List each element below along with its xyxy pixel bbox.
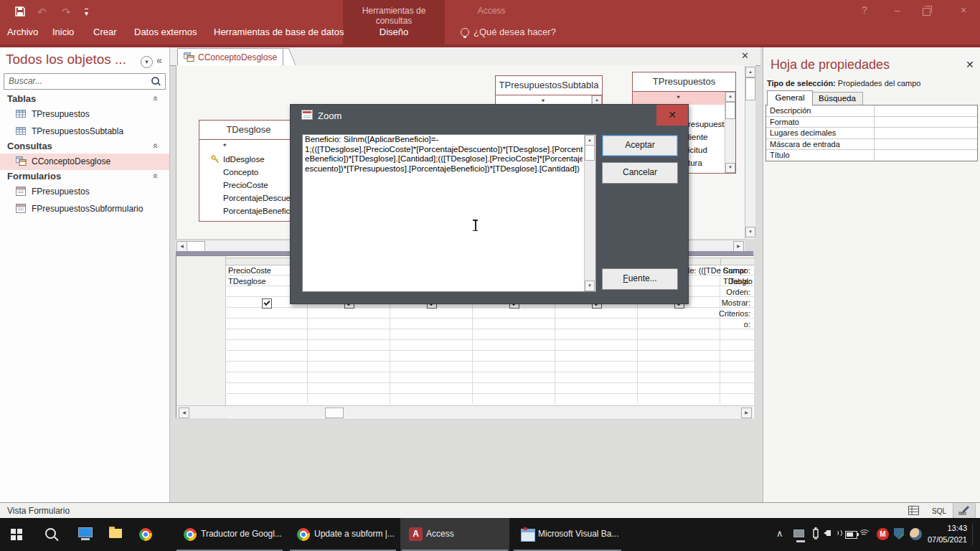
- scroll-thumb[interactable]: [725, 102, 735, 119]
- close-button[interactable]: ×: [953, 4, 974, 16]
- tell-me-box[interactable]: ¿Qué desea hacer?: [473, 27, 556, 37]
- field-concepto[interactable]: Concepto: [199, 166, 298, 179]
- scroll-thumb[interactable]: [325, 408, 344, 418]
- field-iddesglose[interactable]: IdDesglose: [199, 153, 298, 166]
- chrome-pinned-button[interactable]: [129, 518, 162, 551]
- minimize-button[interactable]: –: [887, 4, 908, 16]
- property-value-field[interactable]: [874, 150, 977, 161]
- save-icon[interactable]: [14, 6, 26, 19]
- field-asterisk[interactable]: *: [633, 92, 735, 105]
- taskbar-clock[interactable]: 13:43 07/05/2021: [928, 522, 967, 545]
- textarea-scrollbar[interactable]: ▲ ▼: [584, 135, 595, 291]
- nav-section-formularios[interactable]: Formularios: [7, 171, 61, 182]
- redo-icon[interactable]: ↷: [62, 6, 71, 19]
- property-row-titulo[interactable]: Título: [766, 150, 977, 161]
- search-icon[interactable]: [151, 77, 159, 85]
- tab-diseno[interactable]: Diseño: [343, 27, 445, 37]
- property-value-field[interactable]: [874, 139, 977, 150]
- cancelar-button[interactable]: Cancelar: [602, 162, 678, 184]
- tab-general[interactable]: General: [767, 90, 813, 106]
- show-desktop-divider[interactable]: [972, 524, 973, 545]
- start-button[interactable]: [0, 518, 33, 551]
- table-scrollbar[interactable]: ▲ ▼: [725, 92, 735, 173]
- grid-cell-tabla-7[interactable]: TDesglo: [723, 277, 753, 286]
- nav-collapse-icon[interactable]: «: [156, 55, 162, 66]
- aceptar-button[interactable]: Aceptar: [602, 135, 678, 156]
- grid-cell-tabla-1[interactable]: TDesglose: [228, 277, 266, 286]
- taskbar-window-access[interactable]: A Access: [400, 518, 509, 551]
- scroll-up-icon[interactable]: ▲: [585, 135, 595, 146]
- field-preciocoste[interactable]: PrecioCoste: [199, 179, 298, 192]
- chevron-up-icon[interactable]: »: [149, 174, 160, 179]
- field-porcentajedescuento[interactable]: PorcentajeDescuento: [199, 192, 298, 204]
- tab-archivo[interactable]: Archivo: [7, 27, 38, 37]
- taskbar-search-button[interactable]: [34, 518, 67, 551]
- nav-item-fpresupuestossubformulario[interactable]: FPresupuestosSubformulario: [0, 201, 169, 217]
- undo-icon[interactable]: ↶: [37, 6, 47, 19]
- tab-datos-externos[interactable]: Datos externos: [134, 27, 197, 37]
- nav-item-fpresupuestos[interactable]: FPresupuestos: [0, 184, 169, 200]
- taskbar-window-subform[interactable]: Update a subform |...: [288, 518, 397, 551]
- scroll-down-icon[interactable]: ▼: [725, 163, 735, 173]
- column-selector[interactable]: [720, 258, 754, 265]
- tray-expand-icon[interactable]: ∧: [776, 528, 783, 539]
- chevron-up-icon[interactable]: »: [149, 143, 160, 149]
- scroll-thumb[interactable]: [187, 241, 205, 252]
- zoom-expression-textarea[interactable]: Beneficio: SiInm([AplicarBeneficio]=- 1;…: [302, 134, 596, 292]
- document-tab-cconceptodesglose[interactable]: CConceptoDesglose: [177, 48, 283, 67]
- property-row-lugares-decimales[interactable]: Lugares decimales: [766, 128, 977, 139]
- nav-section-tablas[interactable]: Tablas: [7, 93, 36, 104]
- nav-item-cconceptodesglose[interactable]: CConceptoDesglose: [0, 154, 169, 170]
- help-button[interactable]: ?: [854, 4, 875, 16]
- taskbar-window-traductor[interactable]: Traductor de Googl...: [175, 518, 284, 551]
- property-value-field[interactable]: [874, 105, 977, 116]
- field-list-tdesglose[interactable]: TDesglose * IdDesglose Concepto PrecioCo…: [199, 120, 298, 222]
- chevron-up-icon[interactable]: »: [149, 96, 160, 101]
- scroll-down-icon[interactable]: ▼: [585, 281, 595, 291]
- table-header[interactable]: TPresupuestos: [633, 72, 735, 92]
- tab-inicio[interactable]: Inicio: [52, 27, 74, 37]
- zoom-dialog-close-button[interactable]: ✕: [656, 105, 688, 126]
- property-row-mascara-entrada[interactable]: Máscara de entrada: [766, 139, 977, 151]
- nav-pane-title[interactable]: Todos los objetos ...: [6, 52, 126, 67]
- tab-busqueda[interactable]: Búsqueda: [811, 92, 863, 106]
- restore-button[interactable]: [923, 8, 930, 16]
- document-close-icon[interactable]: ✕: [741, 50, 749, 61]
- nav-item-tpresupuestos[interactable]: TPresupuestos: [0, 106, 169, 123]
- tab-herramientas-bd[interactable]: Herramientas de base de datos: [214, 27, 344, 37]
- property-row-descripcion[interactable]: Descripción: [766, 105, 977, 117]
- nav-section-consultas[interactable]: Consultas: [7, 141, 52, 151]
- table-header[interactable]: TDesglose: [199, 121, 298, 140]
- taskbar-window-visualbasic[interactable]: Microsoft Visual Ba...: [512, 518, 623, 551]
- scroll-right-icon[interactable]: ▶: [733, 241, 744, 252]
- mostrar-checkbox-1[interactable]: [262, 298, 272, 309]
- grid-cell-campo-6[interactable]: le: (([TDe: [688, 266, 721, 275]
- file-explorer-button[interactable]: [99, 518, 132, 551]
- property-value-field[interactable]: [874, 117, 977, 128]
- property-value-field[interactable]: [874, 128, 977, 138]
- task-view-button[interactable]: [69, 518, 102, 551]
- scroll-left-icon[interactable]: ◀: [176, 241, 187, 252]
- fuente-button[interactable]: Fuente...: [602, 268, 678, 290]
- scroll-thumb[interactable]: [745, 77, 755, 100]
- scroll-up-icon[interactable]: ▲: [745, 67, 755, 77]
- nav-item-tpresupuestossubtabla[interactable]: TPresupuestosSubtabla: [0, 123, 169, 140]
- property-row-formato[interactable]: Formato: [766, 117, 977, 128]
- scroll-down-icon[interactable]: ▼: [745, 227, 755, 237]
- usb-icon[interactable]: [812, 527, 819, 542]
- property-sheet-close-icon[interactable]: ✕: [966, 59, 974, 70]
- nav-menu-dropdown-icon[interactable]: ▾: [141, 56, 153, 68]
- field-porcentajebeneficio[interactable]: PorcentajeBeneficio: [199, 204, 298, 217]
- table-header[interactable]: TPresupuestosSubtabla: [496, 76, 602, 95]
- qat-customize-icon[interactable]: ▾: [85, 9, 88, 17]
- grid-cell-campo-1[interactable]: PrecioCoste: [228, 266, 271, 275]
- grid-horizontal-scrollbar[interactable]: ◀ ▶: [177, 405, 753, 418]
- design-vertical-scrollbar[interactable]: ▲ ▼: [745, 65, 755, 239]
- field-asterisk[interactable]: *: [199, 140, 298, 153]
- scroll-right-icon[interactable]: ▶: [741, 408, 752, 418]
- scroll-up-icon[interactable]: ▲: [725, 92, 735, 102]
- nav-search-input[interactable]: Buscar...: [4, 73, 166, 90]
- scroll-left-icon[interactable]: ◀: [179, 408, 189, 418]
- tab-crear[interactable]: Crear: [93, 27, 117, 37]
- grid-cell-campo-7[interactable]: Sumar: [723, 266, 746, 275]
